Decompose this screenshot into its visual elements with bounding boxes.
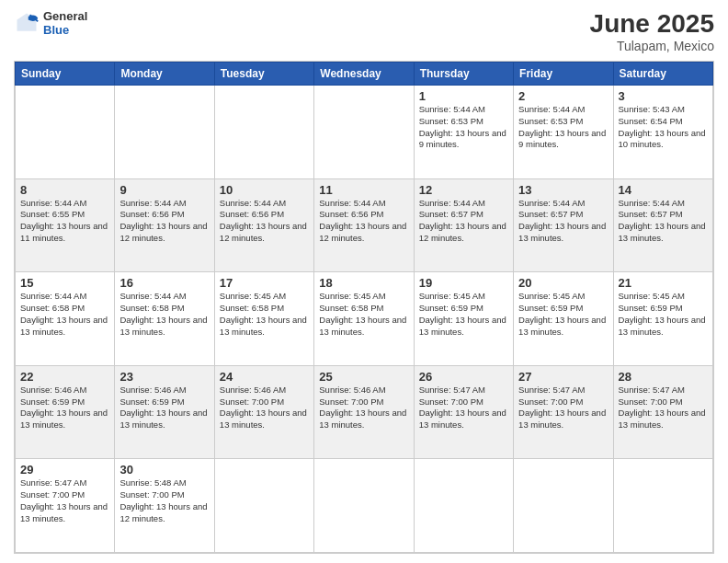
daylight: Daylight: 13 hours and 13 minutes. (220, 408, 307, 430)
daylight: Daylight: 13 hours and 13 minutes. (119, 315, 207, 337)
day-number: 17 (220, 276, 309, 290)
sunset: Sunset: 6:55 PM (20, 209, 85, 219)
sunset: Sunset: 7:00 PM (119, 489, 184, 500)
table-row: 10 Sunrise: 5:44 AM Sunset: 6:56 PM Dayl… (214, 178, 313, 272)
table-row: 16 Sunrise: 5:44 AM Sunset: 6:58 PM Dayl… (115, 272, 214, 366)
day-number: 24 (220, 370, 309, 384)
sunrise: Sunrise: 5:45 AM (220, 291, 286, 301)
sunrise: Sunrise: 5:48 AM (119, 477, 186, 488)
sunset: Sunset: 6:58 PM (319, 303, 383, 313)
daylight: Daylight: 13 hours and 13 minutes. (20, 315, 108, 337)
sunrise: Sunrise: 5:44 AM (619, 198, 685, 208)
day-number: 14 (619, 183, 708, 197)
table-row: 11 Sunrise: 5:44 AM Sunset: 6:56 PM Dayl… (314, 178, 414, 272)
sunrise: Sunrise: 5:47 AM (419, 385, 485, 395)
day-info: Sunrise: 5:48 AM Sunset: 7:00 PM Dayligh… (119, 477, 209, 524)
sunrise: Sunrise: 5:44 AM (119, 291, 186, 301)
table-row: 15 Sunrise: 5:44 AM Sunset: 6:58 PM Dayl… (16, 272, 115, 366)
day-number: 26 (419, 370, 508, 384)
sunrise: Sunrise: 5:45 AM (518, 291, 585, 301)
sunrise: Sunrise: 5:44 AM (518, 198, 585, 208)
header-monday: Monday (115, 63, 214, 86)
header-thursday: Thursday (414, 63, 513, 86)
day-number: 10 (220, 183, 309, 197)
sunset: Sunset: 6:53 PM (419, 116, 483, 126)
day-info: Sunrise: 5:46 AM Sunset: 7:00 PM Dayligh… (319, 385, 408, 431)
table-row: 3 Sunrise: 5:43 AM Sunset: 6:54 PM Dayli… (613, 86, 712, 179)
sunset: Sunset: 7:00 PM (220, 396, 284, 407)
day-info: Sunrise: 5:45 AM Sunset: 6:59 PM Dayligh… (518, 291, 608, 338)
daylight: Daylight: 13 hours and 13 minutes. (319, 315, 406, 337)
header-friday: Friday (514, 63, 613, 86)
sunset: Sunset: 6:59 PM (119, 396, 184, 407)
day-info: Sunrise: 5:44 AM Sunset: 6:55 PM Dayligh… (20, 198, 109, 245)
day-info: Sunrise: 5:46 AM Sunset: 6:59 PM Dayligh… (119, 385, 209, 431)
sunset: Sunset: 6:57 PM (619, 209, 683, 219)
daylight: Daylight: 13 hours and 12 minutes. (119, 221, 207, 243)
day-info: Sunrise: 5:47 AM Sunset: 7:00 PM Dayligh… (419, 385, 508, 431)
table-row: 14 Sunrise: 5:44 AM Sunset: 6:57 PM Dayl… (613, 178, 712, 272)
sunset: Sunset: 6:59 PM (518, 303, 583, 313)
day-number: 23 (119, 370, 209, 384)
sunrise: Sunrise: 5:47 AM (518, 385, 585, 395)
daylight: Daylight: 13 hours and 13 minutes. (220, 315, 307, 337)
table-row (16, 86, 115, 179)
daylight: Daylight: 13 hours and 11 minutes. (20, 221, 108, 243)
day-number: 20 (518, 276, 608, 290)
day-info: Sunrise: 5:44 AM Sunset: 6:58 PM Dayligh… (119, 291, 209, 338)
day-number: 18 (319, 276, 408, 290)
calendar-week-5: 29 Sunrise: 5:47 AM Sunset: 7:00 PM Dayl… (16, 459, 713, 553)
table-row: 17 Sunrise: 5:45 AM Sunset: 6:58 PM Dayl… (214, 272, 313, 366)
table-row: 9 Sunrise: 5:44 AM Sunset: 6:56 PM Dayli… (115, 178, 214, 272)
table-row: 30 Sunrise: 5:48 AM Sunset: 7:00 PM Dayl… (115, 459, 214, 553)
day-info: Sunrise: 5:45 AM Sunset: 6:58 PM Dayligh… (220, 291, 309, 338)
day-info: Sunrise: 5:44 AM Sunset: 6:57 PM Dayligh… (619, 198, 708, 245)
sunset: Sunset: 6:57 PM (518, 209, 583, 219)
sunset: Sunset: 7:00 PM (319, 396, 383, 407)
sunrise: Sunrise: 5:44 AM (319, 198, 385, 208)
daylight: Daylight: 13 hours and 12 minutes. (220, 221, 307, 243)
sunrise: Sunrise: 5:45 AM (419, 291, 485, 301)
sunset: Sunset: 7:00 PM (419, 396, 483, 407)
sunset: Sunset: 6:56 PM (319, 209, 383, 219)
day-number: 15 (20, 276, 109, 290)
sunrise: Sunrise: 5:43 AM (619, 104, 685, 114)
day-info: Sunrise: 5:44 AM Sunset: 6:57 PM Dayligh… (419, 198, 508, 245)
daylight: Daylight: 13 hours and 13 minutes. (119, 408, 207, 430)
calendar-week-4: 22 Sunrise: 5:46 AM Sunset: 6:59 PM Dayl… (16, 365, 713, 459)
table-row (214, 459, 313, 553)
table-row: 8 Sunrise: 5:44 AM Sunset: 6:55 PM Dayli… (16, 178, 115, 272)
day-info: Sunrise: 5:47 AM Sunset: 7:00 PM Dayligh… (20, 477, 109, 524)
day-info: Sunrise: 5:44 AM Sunset: 6:53 PM Dayligh… (518, 104, 608, 151)
logo-text: General Blue (43, 9, 87, 37)
sunrise: Sunrise: 5:46 AM (319, 385, 385, 395)
day-number: 8 (20, 183, 109, 197)
sunrise: Sunrise: 5:44 AM (419, 198, 485, 208)
daylight: Daylight: 13 hours and 13 minutes. (419, 408, 506, 430)
daylight: Daylight: 13 hours and 12 minutes. (319, 221, 406, 243)
sunrise: Sunrise: 5:46 AM (119, 385, 186, 395)
calendar-week-2: 8 Sunrise: 5:44 AM Sunset: 6:55 PM Dayli… (16, 178, 713, 272)
calendar-week-1: 1 Sunrise: 5:44 AM Sunset: 6:53 PM Dayli… (16, 86, 713, 179)
daylight: Daylight: 13 hours and 13 minutes. (619, 221, 706, 243)
day-info: Sunrise: 5:44 AM Sunset: 6:56 PM Dayligh… (319, 198, 408, 245)
weekday-row: Sunday Monday Tuesday Wednesday Thursday… (16, 63, 713, 86)
header: General Blue June 2025 Tulapam, Mexico (14, 9, 714, 53)
table-row: 19 Sunrise: 5:45 AM Sunset: 6:59 PM Dayl… (414, 272, 513, 366)
daylight: Daylight: 13 hours and 13 minutes. (319, 408, 406, 430)
day-info: Sunrise: 5:45 AM Sunset: 6:58 PM Dayligh… (319, 291, 408, 338)
table-row (414, 459, 513, 553)
table-row (514, 459, 613, 553)
sunset: Sunset: 6:59 PM (419, 303, 483, 313)
calendar-week-3: 15 Sunrise: 5:44 AM Sunset: 6:58 PM Dayl… (16, 272, 713, 366)
sunrise: Sunrise: 5:44 AM (20, 291, 86, 301)
table-row: 12 Sunrise: 5:44 AM Sunset: 6:57 PM Dayl… (414, 178, 513, 272)
header-wednesday: Wednesday (314, 63, 414, 86)
table-row: 28 Sunrise: 5:47 AM Sunset: 7:00 PM Dayl… (613, 365, 712, 459)
table-row: 23 Sunrise: 5:46 AM Sunset: 6:59 PM Dayl… (115, 365, 214, 459)
day-number: 11 (319, 183, 408, 197)
sunrise: Sunrise: 5:45 AM (319, 291, 385, 301)
sunrise: Sunrise: 5:44 AM (119, 198, 186, 208)
daylight: Daylight: 13 hours and 9 minutes. (518, 128, 606, 150)
day-info: Sunrise: 5:45 AM Sunset: 6:59 PM Dayligh… (419, 291, 508, 338)
